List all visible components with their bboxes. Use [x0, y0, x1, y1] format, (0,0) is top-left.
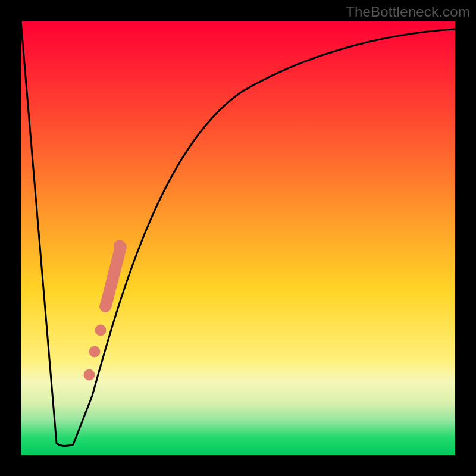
highlight-dot-3 — [84, 369, 95, 380]
highlight-dot-2 — [89, 346, 100, 357]
highlight-group — [84, 240, 126, 381]
watermark-text: TheBottleneck.com — [346, 4, 470, 20]
chart-frame: TheBottleneck.com — [0, 0, 476, 476]
chart-svg — [21, 21, 455, 455]
highlight-dot-1 — [95, 325, 106, 336]
bottleneck-curve — [21, 21, 455, 446]
plot-area — [21, 21, 455, 455]
highlight-cap-bottom — [100, 301, 111, 312]
highlight-segment — [106, 247, 121, 305]
